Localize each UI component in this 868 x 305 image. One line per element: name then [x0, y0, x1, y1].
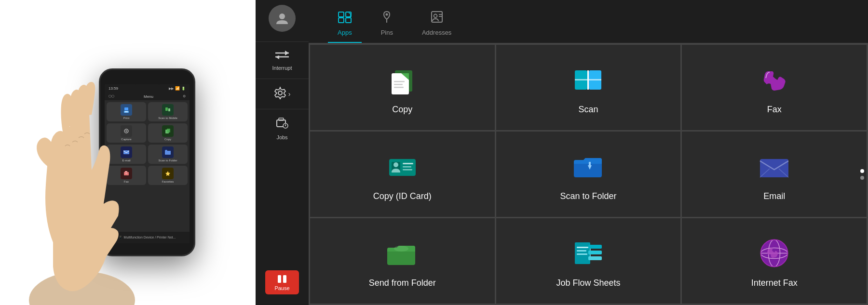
- svg-rect-63: [588, 251, 602, 254]
- svg-rect-4: [165, 107, 168, 111]
- svg-point-33: [386, 13, 388, 16]
- sidebar-item-jobs[interactable]: Jobs: [256, 109, 309, 148]
- phone-app-scan-folder-label: Scan to Folder: [158, 159, 177, 162]
- user-avatar[interactable]: [269, 5, 296, 32]
- phone-app-favorites-label: Favorites: [162, 180, 174, 183]
- send-folder-app-label: Send from Folder: [369, 278, 436, 288]
- phone-app-copy-label: Copy: [164, 138, 171, 141]
- app-tile-copy-id[interactable]: Copy (ID Card): [310, 132, 495, 217]
- svg-rect-47: [575, 79, 601, 80]
- interrupt-label: Interrupt: [272, 65, 292, 71]
- jobs-label: Jobs: [276, 134, 287, 140]
- svg-point-50: [393, 162, 398, 167]
- apps-tab-icon: [338, 12, 352, 26]
- scan-app-icon: [569, 60, 608, 99]
- fax-app-label: Fax: [767, 105, 782, 115]
- phone-section: 13:59 ▶▶ 📶 🔋 ⬡⬡ Menu ⚙: [0, 0, 256, 305]
- scroll-dot-2: [860, 176, 864, 180]
- tab-addresses[interactable]: Addresses: [412, 6, 461, 43]
- svg-rect-22: [279, 118, 284, 120]
- internet-fax-app-icon: [755, 234, 794, 272]
- email-app-label: Email: [763, 191, 785, 201]
- scroll-indicator: [860, 169, 864, 180]
- app-tile-email[interactable]: Email: [682, 132, 867, 217]
- tab-apps[interactable]: Apps: [328, 7, 362, 43]
- svg-rect-28: [339, 12, 344, 17]
- app-tile-scan-folder[interactable]: Scan to Folder: [496, 132, 681, 217]
- phone-app-scan-mobile-label: Scan to Mobile: [158, 117, 177, 119]
- svg-rect-58: [575, 242, 590, 264]
- jobs-icon: [276, 117, 288, 133]
- svg-point-15: [279, 13, 285, 19]
- fax-app-icon: [755, 60, 794, 99]
- pins-tab-label: Pins: [381, 29, 393, 36]
- phone-notch: [133, 79, 162, 84]
- svg-rect-42: [394, 84, 403, 85]
- hand-illustration: [14, 50, 149, 305]
- internet-fax-app-label: Internet Fax: [751, 278, 798, 288]
- tab-bar: Apps Pins: [309, 0, 868, 43]
- svg-rect-61: [577, 253, 587, 255]
- copy-id-app-icon: [383, 147, 421, 186]
- scroll-dot-1: [860, 169, 864, 173]
- svg-marker-14: [165, 171, 170, 176]
- printer-ui: Interrupt › Job: [256, 0, 868, 305]
- svg-rect-27: [283, 275, 286, 283]
- svg-rect-62: [588, 245, 602, 249]
- sidebar-item-settings[interactable]: ›: [256, 79, 309, 109]
- pause-button[interactable]: Pause: [265, 270, 299, 294]
- chevron-right-icon: ›: [288, 90, 291, 98]
- phone-app-scan-folder[interactable]: Scan to Folder: [148, 145, 188, 164]
- scan-folder-app-icon: [569, 147, 608, 186]
- pause-label: Pause: [274, 285, 289, 291]
- pins-tab-icon: [381, 11, 392, 26]
- sidebar: Interrupt › Job: [256, 0, 309, 305]
- app-tile-scan[interactable]: Scan: [496, 45, 681, 130]
- phone-app-favorites[interactable]: Favorites: [148, 166, 188, 185]
- svg-rect-41: [394, 81, 405, 82]
- svg-rect-64: [588, 256, 602, 260]
- svg-marker-18: [285, 51, 289, 55]
- app-tile-internet-fax[interactable]: Internet Fax: [682, 218, 867, 304]
- scan-folder-app-label: Scan to Folder: [560, 191, 616, 201]
- app-tile-fax[interactable]: Fax: [682, 45, 867, 130]
- main-content: Apps Pins: [309, 0, 868, 305]
- sidebar-item-interrupt[interactable]: Interrupt: [256, 41, 309, 79]
- svg-rect-55: [589, 162, 591, 166]
- copy-id-app-label: Copy (ID Card): [373, 191, 432, 201]
- send-folder-app-icon: [383, 234, 421, 272]
- job-flow-app-label: Job Flow Sheets: [556, 278, 620, 288]
- svg-rect-5: [168, 108, 170, 111]
- scan-app-label: Scan: [578, 105, 598, 115]
- addresses-tab-label: Addresses: [422, 29, 451, 36]
- svg-rect-30: [339, 18, 344, 23]
- svg-rect-59: [577, 247, 588, 248]
- phone-app-copy[interactable]: Copy: [148, 123, 188, 143]
- apps-grid: Copy: [309, 43, 868, 305]
- addresses-tab-icon: [431, 11, 443, 26]
- app-tile-job-flow[interactable]: Job Flow Sheets: [496, 218, 681, 304]
- svg-rect-43: [394, 87, 404, 88]
- svg-point-57: [394, 246, 408, 252]
- phone-app-scan-mobile[interactable]: Scan to Mobile: [148, 102, 188, 121]
- job-flow-app-icon: [569, 234, 608, 272]
- tab-pins[interactable]: Pins: [371, 6, 403, 43]
- svg-rect-52: [403, 166, 411, 168]
- svg-rect-51: [403, 163, 413, 164]
- svg-rect-31: [346, 18, 351, 23]
- svg-rect-26: [278, 275, 281, 283]
- svg-point-25: [285, 125, 286, 126]
- svg-rect-60: [577, 250, 586, 252]
- settings-icon: [274, 87, 286, 101]
- copy-app-label: Copy: [392, 105, 412, 115]
- svg-rect-9: [167, 129, 170, 133]
- svg-point-20: [278, 91, 282, 95]
- pause-icon: [276, 274, 288, 284]
- app-tile-send-folder[interactable]: Send from Folder: [310, 218, 495, 304]
- app-tile-copy[interactable]: Copy: [310, 45, 495, 130]
- copy-app-icon: [383, 60, 421, 99]
- apps-container: Copy: [309, 43, 868, 305]
- svg-rect-53: [403, 169, 412, 171]
- apps-tab-label: Apps: [338, 29, 352, 36]
- svg-point-35: [434, 14, 437, 18]
